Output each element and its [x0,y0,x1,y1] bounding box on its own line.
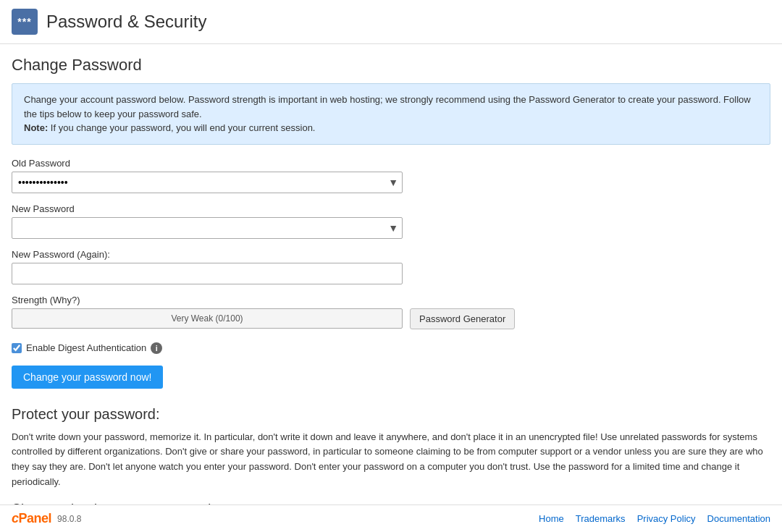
old-password-wrapper: ▼ [12,172,403,193]
protect-text: Don't write down your password, memorize… [12,430,770,490]
footer-left: cPanel 98.0.8 [12,511,81,526]
section-title: Change Password [12,56,770,75]
new-password-again-wrapper [12,263,403,284]
new-password-toggle[interactable]: ▼ [385,221,401,235]
page-title: Password & Security [46,12,206,32]
header-icon-text: *** [17,16,31,28]
footer-link-trademarks[interactable]: Trademarks [576,513,626,524]
new-password-wrapper: ▼ [12,217,403,239]
new-password-label: New Password [12,203,770,214]
change-password-button[interactable]: Change your password now! [12,366,163,389]
strength-group: Strength (Why?) Very Weak (0/100) Passwo… [12,295,770,329]
old-password-toggle[interactable]: ▼ [385,175,401,190]
page-footer: cPanel 98.0.8 Home Trademarks Privacy Po… [0,504,782,532]
strength-row: Very Weak (0/100) Password Generator [12,308,770,329]
header-icon: *** [12,9,38,35]
digest-auth-info-icon[interactable]: i [151,342,162,354]
info-box-note-label: Note: [24,122,48,133]
info-box-main-text: Change your account password below. Pass… [24,94,751,119]
info-box: Change your account password below. Pass… [12,83,770,145]
strength-label: Strength (Why?) [12,295,770,305]
strength-text: Very Weak (0/100) [171,313,243,324]
page-header: *** Password & Security [0,0,782,44]
old-password-label: Old Password [12,158,770,169]
new-password-again-input[interactable] [12,263,403,284]
info-box-note-text: If you change your password, you will en… [51,122,316,133]
strength-bar-wrapper: Very Weak (0/100) [12,308,403,329]
digest-auth-checkbox[interactable] [12,343,22,353]
protect-title: Protect your password: [12,406,770,423]
cpanel-logo: cPanel [12,511,51,526]
digest-auth-label[interactable]: Enable Digest Authentication [26,342,146,353]
footer-version: 98.0.8 [57,514,81,524]
footer-link-privacy[interactable]: Privacy Policy [637,513,696,524]
footer-link-documentation[interactable]: Documentation [707,513,770,524]
password-generator-button[interactable]: Password Generator [410,308,515,329]
old-password-input[interactable] [12,172,403,193]
footer-link-home[interactable]: Home [539,513,564,524]
new-password-input[interactable] [12,217,403,239]
new-password-group: New Password ▼ [12,203,770,239]
new-password-again-group: New Password (Again): [12,249,770,284]
main-content: Change Password Change your account pass… [0,44,782,532]
footer-links: Home Trademarks Privacy Policy Documenta… [539,513,770,524]
digest-auth-row: Enable Digest Authentication i [12,342,770,354]
new-password-again-label: New Password (Again): [12,249,770,260]
old-password-group: Old Password ▼ [12,158,770,193]
